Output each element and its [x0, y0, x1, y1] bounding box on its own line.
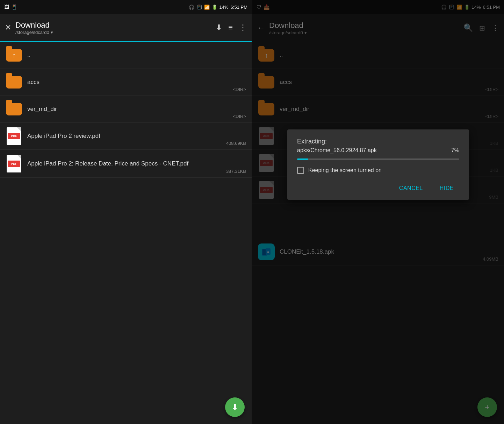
dialog-actions: CANCEL HIDE	[297, 182, 459, 194]
dialog-title: Extracting:	[297, 138, 459, 145]
directory-title: Download	[15, 21, 211, 30]
file-size-label: <DIR>	[233, 87, 246, 92]
file-size-label: 387.31KB	[226, 169, 246, 174]
screenshot-icon: 🖼	[4, 4, 9, 10]
status-right-icons: 🎧 📳 📶 🔋 14% 6:51 PM	[189, 5, 247, 10]
dialog-overlay: Extracting: apks/Chrome_56.0.2924.87.apk…	[252, 0, 504, 424]
more-menu-icon[interactable]: ⋮	[239, 23, 247, 32]
phone-icon: 📱	[11, 4, 17, 10]
file-name-label: ..	[27, 52, 246, 59]
battery-percent: 14%	[219, 5, 229, 10]
file-name-label: Apple iPad Pro 2: Release Date, Price an…	[27, 160, 246, 168]
left-panel: 🖼 📱 🎧 📳 📶 🔋 14% 6:51 PM ✕ Download /stor…	[0, 0, 252, 424]
headphone-icon: 🎧	[189, 5, 194, 10]
fab-download-icon: ⬇	[231, 402, 238, 412]
directory-path: /storage/sdcard0 ▾	[15, 30, 211, 35]
left-status-bar: 🖼 📱 🎧 📳 📶 🔋 14% 6:51 PM	[0, 0, 252, 14]
left-fab-button[interactable]: ⬇	[225, 397, 245, 417]
pdf-icon: PDF	[6, 128, 22, 144]
battery-icon: 🔋	[212, 5, 217, 10]
right-panel: 🛡 📥 🎧 📳 📶 🔋 14% 6:51 PM ← Download /stor…	[252, 0, 504, 424]
left-toolbar: ✕ Download /storage/sdcard0 ▾ ⬇ ≡ ⋮	[0, 14, 252, 42]
toolbar-actions: ⬇ ≡ ⋮	[216, 23, 247, 32]
hide-button[interactable]: HIDE	[434, 182, 459, 194]
sort-icon[interactable]: ≡	[228, 23, 233, 32]
folder-icon	[6, 74, 22, 91]
file-name-label: accs	[27, 79, 246, 86]
keep-screen-on-row[interactable]: Keeping the screen turned on	[297, 167, 459, 174]
folder-icon	[6, 101, 22, 118]
cancel-button[interactable]: CANCEL	[394, 182, 429, 194]
file-size-label: 408.69KB	[226, 141, 246, 146]
dialog-filename-text: apks/Chrome_56.0.2924.87.apk	[297, 147, 377, 154]
list-item[interactable]: ver_md_dir <DIR>	[0, 96, 252, 123]
file-name-label: ver_md_dir	[27, 106, 246, 113]
extraction-dialog: Extracting: apks/Chrome_56.0.2924.87.apk…	[287, 129, 469, 200]
dialog-percent-text: 7%	[451, 147, 459, 154]
keep-screen-checkbox[interactable]	[297, 167, 304, 174]
status-left-icons: 🖼 📱	[4, 4, 17, 10]
time-display: 6:51 PM	[231, 5, 247, 10]
close-button[interactable]: ✕	[5, 23, 11, 32]
pdf-icon: PDF	[6, 155, 22, 172]
list-item[interactable]: accs <DIR>	[0, 69, 252, 96]
checkbox-label-text: Keeping the screen turned on	[308, 167, 382, 174]
file-name-label: Apple iPad Pro 2 review.pdf	[27, 133, 246, 140]
dialog-filename-row: apks/Chrome_56.0.2924.87.apk 7%	[297, 147, 459, 154]
list-item[interactable]: PDF Apple iPad Pro 2 review.pdf 408.69KB	[0, 123, 252, 150]
folder-up-icon: ↑	[6, 47, 22, 64]
vibrate-icon: 📳	[196, 5, 202, 10]
toolbar-title-area: Download /storage/sdcard0 ▾	[15, 21, 211, 35]
path-arrow: ▾	[51, 30, 53, 35]
download-icon[interactable]: ⬇	[216, 23, 222, 32]
progress-bar-fill	[297, 158, 308, 160]
progress-bar-background	[297, 158, 459, 160]
left-file-list: ↑ .. accs <DIR> ver_md_dir <DIR> P	[0, 42, 252, 424]
signal-icon: 📶	[204, 5, 210, 10]
file-size-label: <DIR>	[233, 114, 246, 119]
list-item[interactable]: PDF Apple iPad Pro 2: Release Date, Pric…	[0, 150, 252, 178]
list-item[interactable]: ↑ ..	[0, 42, 252, 69]
